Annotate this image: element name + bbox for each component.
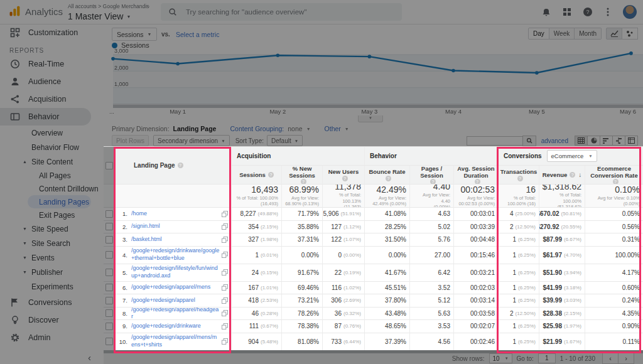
open-page-icon[interactable] xyxy=(222,237,228,243)
dimension-landing-page[interactable]: Landing Page xyxy=(173,125,217,132)
help-icon[interactable]: ? xyxy=(570,172,575,178)
help-icon[interactable]: ? xyxy=(342,176,348,181)
sidebar-item-real-time[interactable]: Real-Time xyxy=(0,55,104,73)
landing-page-link[interactable]: /google+redesign/drinkware/google+therma… xyxy=(131,247,220,262)
sidebar-item-admin[interactable]: Admin xyxy=(0,329,104,346)
open-page-icon[interactable] xyxy=(222,269,228,276)
sessions-line-chart[interactable]: 3,0002,0001,000 xyxy=(104,46,643,108)
avatar[interactable] xyxy=(623,5,637,19)
sidebar-item-audience[interactable]: Audience xyxy=(0,73,104,90)
line-chart-toggle[interactable] xyxy=(606,28,622,40)
column-header-pages-session[interactable]: Pages / Session? xyxy=(409,166,453,185)
sidebar-item-site-content[interactable]: ▲Site Content xyxy=(0,154,104,169)
open-page-icon[interactable] xyxy=(222,297,228,304)
landing-page-link[interactable]: /google+redesign/apparel/mens/mens+t+shi… xyxy=(131,334,220,348)
row-checkbox[interactable] xyxy=(105,284,113,291)
advanced-link[interactable]: advanced xyxy=(541,137,568,144)
sidebar-item-site-speed[interactable]: ▼Site Speed xyxy=(0,222,104,236)
content-grouping-value[interactable]: none xyxy=(288,125,302,132)
column-header-revenue[interactable]: Revenue?↓ xyxy=(539,166,585,185)
open-page-icon[interactable] xyxy=(222,252,228,258)
sidebar-item-exit-pages[interactable]: Exit Pages xyxy=(0,208,104,222)
sort-type-button[interactable]: Default▼ xyxy=(267,135,303,146)
column-header-ecommerce-conversion-rate[interactable]: Ecommerce Conversion Rate? xyxy=(585,166,643,185)
metric-selector[interactable]: Sessions▼ xyxy=(112,28,157,41)
help-icon[interactable]: ? xyxy=(517,176,523,181)
sidebar-item-customization[interactable]: Customization xyxy=(0,24,104,41)
column-header-sessions[interactable]: Sessions? xyxy=(231,166,281,185)
landing-page-column-header[interactable]: Landing Page? xyxy=(114,147,231,185)
sidebar-item-behavior-flow[interactable]: Behavior Flow xyxy=(0,140,104,154)
row-checkbox[interactable] xyxy=(105,309,113,317)
row-checkbox[interactable] xyxy=(105,338,113,345)
row-checkbox[interactable] xyxy=(105,297,113,304)
chart-collapse-tab[interactable]: ▼ xyxy=(358,115,383,122)
row-checkbox[interactable] xyxy=(105,323,113,330)
select-metric-link[interactable]: Select a metric xyxy=(176,31,219,38)
column-header-new-users[interactable]: New Users? xyxy=(322,166,364,185)
row-checkbox[interactable] xyxy=(105,223,113,230)
help-icon[interactable]: ? xyxy=(475,179,480,185)
column-header-transactions[interactable]: Transactions? xyxy=(498,166,539,185)
view-title[interactable]: 1 Master View▼ xyxy=(68,11,149,21)
content-grouping-link[interactable]: Content Grouping: xyxy=(230,125,284,132)
open-page-icon[interactable] xyxy=(222,323,228,329)
landing-page-link[interactable]: /google+redesign/apparel/headgear xyxy=(131,308,220,321)
help-icon[interactable]: ? xyxy=(386,176,391,181)
help-icon[interactable]: ? xyxy=(301,179,306,185)
row-checkbox[interactable] xyxy=(105,251,113,259)
landing-page-link[interactable]: /google+redesign/lifestyle/fun/windup+an… xyxy=(131,265,220,279)
prev-page-button[interactable]: ‹ xyxy=(602,353,619,364)
sidebar-collapse-icon[interactable]: ‹ xyxy=(88,352,91,363)
sidebar-item-publisher[interactable]: ▼Publisher xyxy=(0,265,104,279)
row-checkbox[interactable] xyxy=(105,236,113,244)
sidebar-item-landing-pages[interactable]: Landing Pages xyxy=(28,195,91,208)
notifications-bell-icon[interactable] xyxy=(541,7,551,17)
view-performance-icon[interactable] xyxy=(600,136,613,146)
analytics-logo[interactable]: Analytics xyxy=(8,5,63,18)
other-dimension-link[interactable]: Other xyxy=(325,125,341,132)
sort-descending-icon[interactable]: ↓ xyxy=(578,171,581,179)
table-search-input[interactable] xyxy=(467,136,522,146)
help-icon[interactable]: ? xyxy=(583,7,593,17)
sidebar-item-conversions[interactable]: Conversions xyxy=(0,294,104,311)
open-page-icon[interactable] xyxy=(222,310,228,316)
help-icon[interactable]: ? xyxy=(613,179,619,185)
view-percentage-icon[interactable] xyxy=(588,136,600,146)
breadcrumb-property[interactable]: Google Merchandise St... xyxy=(103,3,149,9)
open-page-icon[interactable] xyxy=(222,223,228,230)
open-page-icon[interactable] xyxy=(222,211,228,217)
apps-grid-icon[interactable] xyxy=(562,7,572,17)
sidebar-item-experiments[interactable]: Experiments xyxy=(0,279,104,294)
landing-page-link[interactable]: /google+redesign/apparel/mens xyxy=(131,284,220,291)
granularity-month-button[interactable]: Month xyxy=(575,28,602,40)
open-page-icon[interactable] xyxy=(222,338,228,345)
sidebar-item-site-search[interactable]: ▼Site Search xyxy=(0,236,104,250)
landing-page-link[interactable]: /home xyxy=(131,210,220,218)
row-checkbox[interactable] xyxy=(105,210,113,218)
table-search-button[interactable] xyxy=(522,136,536,146)
help-icon[interactable]: ? xyxy=(268,172,274,178)
landing-page-link[interactable]: /google+redesign/drinkware xyxy=(131,323,220,330)
help-icon[interactable]: ? xyxy=(430,179,436,185)
row-checkbox[interactable] xyxy=(105,269,113,276)
view-comparison-icon[interactable] xyxy=(613,136,625,146)
help-icon[interactable]: ? xyxy=(178,163,183,168)
column-header--new-sessions[interactable]: % New Sessions? xyxy=(281,166,322,185)
landing-page-link[interactable]: /basket.html xyxy=(131,236,220,244)
sidebar-item-overview[interactable]: Overview xyxy=(0,126,104,140)
landing-page-link[interactable]: /signin.html xyxy=(131,223,220,230)
sidebar-item-all-pages[interactable]: All Pages xyxy=(0,169,104,182)
sidebar-item-content-drilldown[interactable]: Content Drilldown xyxy=(0,182,104,195)
select-all-checkbox[interactable] xyxy=(105,162,113,169)
granularity-day-button[interactable]: Day xyxy=(528,28,549,40)
view-pivot-icon[interactable] xyxy=(625,136,638,146)
sidebar-item-behavior[interactable]: Behavior xyxy=(0,108,91,126)
plot-rows-button[interactable]: Plot Rows xyxy=(112,135,149,146)
more-vertical-icon[interactable] xyxy=(603,7,612,17)
motion-chart-toggle[interactable] xyxy=(622,28,638,40)
sidebar-item-events[interactable]: ▼Events xyxy=(0,250,104,265)
next-page-button[interactable]: › xyxy=(618,353,634,364)
view-table-icon[interactable] xyxy=(575,136,588,146)
column-header-avg-session-duration[interactable]: Avg. Session Duration? xyxy=(453,166,498,185)
